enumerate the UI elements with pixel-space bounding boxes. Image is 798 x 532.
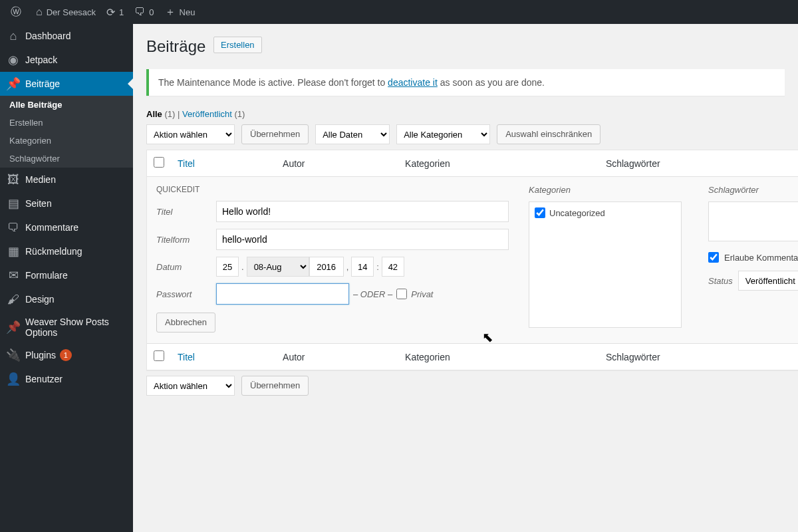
notice-text-after: as soon as you are done. (438, 77, 545, 88)
qe-hour-input[interactable] (351, 257, 374, 277)
sidebar-item-jetpack[interactable]: ◉Jetpack (0, 48, 133, 72)
col-title[interactable]: Titel (171, 150, 276, 177)
menu-icon: 🗨 (7, 221, 20, 234)
qe-password-input[interactable] (216, 283, 349, 305)
col-categories[interactable]: Kategorien (398, 150, 599, 177)
select-all-header (147, 150, 171, 177)
menu-label: Dashboard (25, 31, 71, 41)
comment-icon: 🗨 (134, 6, 145, 18)
menu-icon: 📌 (7, 77, 20, 90)
filter-sep: | (178, 109, 182, 119)
date-filter-select[interactable]: Alle Daten (315, 124, 390, 144)
menu-icon: ▦ (7, 245, 20, 258)
select-all-checkbox[interactable] (154, 157, 164, 168)
quickedit-heading: QUICKEDIT (156, 185, 509, 194)
menu-label: Jetpack (25, 55, 57, 65)
bulk-action-select[interactable]: Aktion wählen (146, 124, 235, 144)
menu-label: Weaver Show Posts Options (25, 317, 126, 338)
site-link[interactable]: ⌂Der Seesack (31, 0, 101, 24)
submenu-item[interactable]: Kategorien (0, 132, 133, 150)
category-filter-select[interactable]: Alle Kategorien (396, 124, 490, 144)
qe-tags-box[interactable] (708, 201, 798, 241)
new-label: Neu (180, 7, 196, 17)
qe-categories-box[interactable]: Uncategorized (529, 201, 682, 328)
page-title: Beiträge (146, 31, 205, 63)
submenu-item[interactable]: Schlagwörter (0, 150, 133, 168)
sidebar-item-seiten[interactable]: ▤Seiten (0, 192, 133, 215)
qe-date-label: Datum (156, 262, 216, 272)
comments-link[interactable]: 🗨0 (129, 0, 159, 24)
allow-comments-label: Erlaube Kommentare (724, 253, 798, 263)
sidebar-item-dashboard[interactable]: ⌂Dashboard (0, 24, 133, 48)
filter-all[interactable]: Alle (146, 109, 162, 119)
maintenance-notice: The Maintenance Mode is active. Please d… (146, 69, 785, 96)
col-tags[interactable]: Schlagwörter (599, 150, 798, 177)
cancel-button[interactable]: Abbrechen (156, 313, 215, 332)
notice-text: The Maintenance Mode is active. Please d… (158, 77, 388, 88)
sidebar-item-formulare[interactable]: ✉Formulare (0, 263, 133, 287)
quick-edit-row: QUICKEDIT Titel Titelform (147, 177, 798, 343)
menu-label: Seiten (25, 198, 52, 209)
cat-uncategorized-checkbox[interactable] (535, 207, 545, 218)
filter-published[interactable]: Veröffentlicht (182, 109, 232, 119)
tablenav-top: Aktion wählen Übernehmen Alle Daten Alle… (146, 124, 785, 144)
status-filters: Alle (1) | Veröffentlicht (1) (146, 109, 785, 119)
sidebar-item-rückmeldung[interactable]: ▦Rückmeldung (0, 239, 133, 263)
qe-tags-heading: Schlagwörter (708, 185, 798, 195)
qe-private-label: Privat (411, 289, 433, 299)
bulk-action-select-bottom[interactable]: Aktion wählen (146, 376, 235, 396)
site-name: Der Seesack (47, 7, 96, 17)
deactivate-link[interactable]: deactivate it (388, 77, 438, 88)
submenu-item[interactable]: Alle Beiträge (0, 96, 133, 114)
wp-logo[interactable]: ⓦ (5, 0, 31, 24)
apply-button-bottom[interactable]: Übernehmen (241, 376, 309, 396)
sidebar-item-kommentare[interactable]: 🗨Kommentare (0, 215, 133, 239)
submenu-item[interactable]: Erstellen (0, 114, 133, 132)
col-author-f[interactable]: Autor (276, 343, 398, 370)
menu-label: Benutzer (25, 374, 63, 384)
menu-icon: ◉ (7, 53, 20, 66)
cat-uncategorized[interactable]: Uncategorized (535, 207, 676, 218)
sidebar-item-medien[interactable]: 🖾Medien (0, 168, 133, 192)
filter-published-count: (1) (235, 109, 245, 119)
qe-cats-heading: Kategorien (529, 185, 695, 195)
qe-title-input[interactable] (216, 201, 509, 222)
col-tags-f[interactable]: Schlagwörter (599, 343, 798, 370)
refresh-icon: ⟳ (106, 6, 115, 19)
menu-icon: 📌 (7, 321, 20, 334)
updates-link[interactable]: ⟳1 (101, 0, 129, 24)
posts-table: Titel Autor Kategorien Schlagwörter QUIC… (146, 150, 798, 370)
sidebar-item-beiträge[interactable]: 📌Beiträge (0, 72, 133, 96)
status-label: Status (708, 276, 733, 286)
sidebar-item-design[interactable]: 🖌Design (0, 287, 133, 311)
qe-or-label: – ODER – (349, 289, 396, 299)
qe-private-checkbox[interactable] (396, 289, 407, 299)
filter-all-count: (1) (164, 109, 175, 119)
comments-count: 0 (149, 7, 154, 17)
col-title-f[interactable]: Titel (171, 343, 276, 370)
sidebar-item-weaver-show-posts-options[interactable]: 📌Weaver Show Posts Options (0, 311, 133, 343)
sidebar-item-plugins[interactable]: 🔌Plugins1 (0, 343, 133, 367)
allow-comments-checkbox[interactable] (708, 252, 719, 263)
qe-month-select[interactable]: 08-Aug (247, 257, 309, 277)
sidebar-item-benutzer[interactable]: 👤Benutzer (0, 367, 133, 391)
col-author[interactable]: Autor (276, 150, 398, 177)
filter-button[interactable]: Auswahl einschränken (497, 124, 600, 144)
new-content-link[interactable]: ＋Neu (160, 0, 201, 24)
col-categories-f[interactable]: Kategorien (398, 343, 599, 370)
select-all-checkbox-footer[interactable] (154, 350, 164, 361)
main-content: Beiträge Erstellen The Maintenance Mode … (133, 24, 798, 532)
add-new-button[interactable]: Erstellen (213, 37, 262, 53)
qe-password-label: Passwort (156, 289, 216, 299)
badge: 1 (60, 349, 72, 361)
qe-minute-input[interactable] (382, 257, 404, 277)
menu-icon: ▤ (7, 197, 20, 210)
qe-day-input[interactable] (216, 257, 239, 277)
qe-year-input[interactable] (309, 257, 344, 277)
status-select[interactable]: Veröffentlicht (738, 271, 798, 291)
menu-icon: 🔌 (7, 348, 20, 362)
apply-button[interactable]: Übernehmen (241, 124, 309, 144)
qe-slug-input[interactable] (216, 229, 509, 250)
menu-label: Plugins (25, 350, 56, 360)
qe-title-label: Titel (156, 207, 216, 217)
